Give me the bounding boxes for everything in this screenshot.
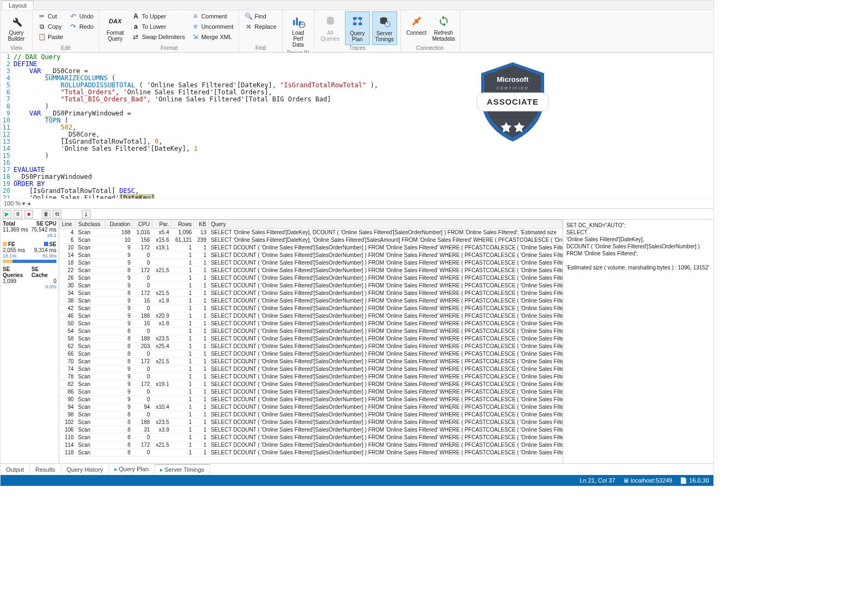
comment-button[interactable]: ≡Comment bbox=[189, 11, 235, 21]
comment-icon: ≡ bbox=[192, 12, 199, 20]
table-row[interactable]: 86Scan9011SELECT DCOUNT ( 'Online Sales … bbox=[60, 388, 563, 396]
zoom-label[interactable]: 100 % ▾ ◂ bbox=[1, 198, 713, 208]
svg-rect-5 bbox=[353, 17, 356, 20]
export-button[interactable]: ⭳ bbox=[82, 210, 91, 219]
tab-results[interactable]: Results bbox=[30, 465, 61, 474]
table-row[interactable]: 42Scan9011SELECT DCOUNT ( 'Online Sales … bbox=[60, 305, 563, 312]
svg-rect-1 bbox=[296, 18, 297, 25]
table-row[interactable]: 18Scan9011SELECT DCOUNT ( 'Online Sales … bbox=[60, 259, 563, 267]
query-plan-button[interactable]: Query Plan bbox=[345, 11, 370, 45]
table-row[interactable]: 26Scan9011SELECT DCOUNT ( 'Online Sales … bbox=[60, 274, 563, 282]
clear-button[interactable]: 🗑 bbox=[42, 210, 50, 219]
table-row[interactable]: 4Scan1881,016x5.41,09613SELECT 'Online S… bbox=[60, 229, 563, 236]
table-row[interactable]: 78Scan9011SELECT DCOUNT ( 'Online Sales … bbox=[60, 373, 563, 381]
copy-icon: ⧉ bbox=[38, 23, 46, 30]
version-label: 📄 16.0.30 bbox=[680, 477, 709, 484]
tab-layout[interactable]: Layout bbox=[2, 1, 34, 10]
uncomment-button[interactable]: ≡Uncomment bbox=[189, 22, 235, 31]
all-queries-button[interactable]: All Queries bbox=[318, 11, 343, 44]
pause-button[interactable]: ⏸ bbox=[14, 210, 22, 219]
table-row[interactable]: 106Scan831x3.911SELECT DCOUNT ( 'Online … bbox=[60, 426, 563, 434]
table-row[interactable]: 94Scan994x10.411SELECT DCOUNT ( 'Online … bbox=[60, 403, 563, 411]
connection-status: 🖥 localhost:53249 bbox=[623, 477, 672, 484]
plan-icon bbox=[350, 14, 365, 29]
replace-button[interactable]: ⤭Replace bbox=[242, 22, 278, 31]
tab-strip: Layout bbox=[1, 1, 713, 10]
uncomment-icon: ≡ bbox=[192, 23, 199, 30]
refresh-icon bbox=[436, 14, 451, 29]
se-cpu-ms: 75,542 ms bbox=[31, 227, 56, 233]
undo-icon: ↶ bbox=[69, 12, 77, 20]
table-row[interactable]: 118Scan8011SELECT DCOUNT ( 'Online Sales… bbox=[60, 449, 563, 457]
group-traces-label: Traces bbox=[318, 45, 397, 52]
total-ms: 11,369 ms bbox=[3, 227, 28, 233]
table-row[interactable]: 38Scan916x1.811SELECT DCOUNT ( 'Online S… bbox=[60, 297, 563, 305]
code-editor[interactable]: 123456789101112131415161718192021 // DAX… bbox=[1, 53, 713, 198]
find-button[interactable]: 🔍Find bbox=[242, 11, 278, 21]
table-row[interactable]: 30Scan9011SELECT DCOUNT ( 'Online Sales … bbox=[60, 282, 563, 290]
tab-query-history[interactable]: Query History bbox=[61, 465, 109, 474]
load-perf-button[interactable]: Load Perf Data bbox=[286, 11, 311, 50]
badge-top: Microsoft bbox=[497, 75, 529, 83]
bottom-tab-strip: Output Results Query History ▸Query Plan… bbox=[1, 463, 713, 475]
format-query-button[interactable]: DAX Format Query bbox=[103, 11, 127, 44]
table-row[interactable]: 34Scan8172x21.511SELECT DCOUNT ( 'Online… bbox=[60, 290, 563, 297]
tab-output[interactable]: Output bbox=[1, 465, 30, 474]
table-row[interactable]: 114Scan8172x21.511SELECT DCOUNT ( 'Onlin… bbox=[60, 441, 563, 449]
fe-se-bar bbox=[3, 260, 56, 263]
table-row[interactable]: 74Scan9011SELECT DCOUNT ( 'Online Sales … bbox=[60, 365, 563, 373]
connect-button[interactable]: Connect bbox=[404, 11, 429, 38]
table-row[interactable]: 50Scan916x1.811SELECT DCOUNT ( 'Online S… bbox=[60, 320, 563, 327]
cursor-pos: Ln 21, Col 37 bbox=[580, 477, 615, 484]
tab-query-plan[interactable]: ▸Query Plan bbox=[109, 464, 155, 474]
table-row[interactable]: 58Scan8188x23.511SELECT DCOUNT ( 'Online… bbox=[60, 335, 563, 343]
table-row[interactable]: 70Scan8172x21.511SELECT DCOUNT ( 'Online… bbox=[60, 358, 563, 365]
table-row[interactable]: 54Scan8011SELECT DCOUNT ( 'Online Sales … bbox=[60, 327, 563, 335]
table-row[interactable]: 6Scan10156x15.661,121239SELECT 'Online S… bbox=[60, 236, 563, 244]
group-edit-label: Edit bbox=[36, 45, 95, 52]
table-row[interactable]: 90Scan9011SELECT DCOUNT ( 'Online Sales … bbox=[60, 396, 563, 403]
svg-rect-7 bbox=[353, 23, 356, 25]
table-row[interactable]: 102Scan8188x23.511SELECT DCOUNT ( 'Onlin… bbox=[60, 419, 563, 426]
table-row[interactable]: 10Scan9172x19.111SELECT DCOUNT ( 'Online… bbox=[60, 244, 563, 252]
trace-pane: ▶ ⏸ ■ 🗑 ⧉ ⭳ TotalSE CPU 11,369 ms75,542 … bbox=[1, 209, 713, 463]
tab-server-timings[interactable]: ▸Server Timings bbox=[155, 464, 210, 475]
ms-certified-badge: Microsoft CERTIFIED ASSOCIATE bbox=[469, 58, 556, 145]
group-format-label: Format bbox=[103, 45, 235, 52]
table-row[interactable]: 14Scan9011SELECT DCOUNT ( 'Online Sales … bbox=[60, 252, 563, 259]
status-bar: Ln 21, Col 37 🖥 localhost:53249 📄 16.0.3… bbox=[1, 475, 713, 486]
timings-icon bbox=[377, 14, 392, 29]
copy-trace-button[interactable]: ⧉ bbox=[53, 210, 61, 219]
db-icon bbox=[323, 14, 338, 29]
merge-xml-button[interactable]: ⇲Merge XML bbox=[189, 32, 235, 42]
query-builder-button[interactable]: Query Builder bbox=[4, 11, 29, 44]
trace-grid[interactable]: LineSubclassDurationCPUPar.RowsKBQuery 4… bbox=[59, 220, 563, 463]
paste-button[interactable]: 📋Paste bbox=[36, 32, 65, 42]
to-upper-button[interactable]: ATo Upper bbox=[130, 11, 187, 21]
dax-icon: DAX bbox=[107, 14, 123, 29]
table-row[interactable]: 66Scan8011SELECT DCOUNT ( 'Online Sales … bbox=[60, 350, 563, 358]
play-button[interactable]: ▶ bbox=[3, 210, 11, 219]
merge-icon: ⇲ bbox=[192, 33, 199, 41]
refresh-metadata-button[interactable]: Refresh Metadata bbox=[431, 11, 456, 44]
swap-delim-button[interactable]: ⇄Swap Delimiters bbox=[130, 32, 187, 42]
server-timings-button[interactable]: Server Timings bbox=[372, 11, 397, 45]
table-row[interactable]: 82Scan9172x19.111SELECT DCOUNT ( 'Online… bbox=[60, 381, 563, 388]
cut-button[interactable]: ✂Cut bbox=[36, 11, 65, 21]
to-lower-button[interactable]: aTo Lower bbox=[130, 22, 187, 31]
table-row[interactable]: 110Scan8011SELECT DCOUNT ( 'Online Sales… bbox=[60, 434, 563, 441]
svg-rect-8 bbox=[358, 23, 361, 25]
group-connection-label: Connection bbox=[404, 45, 456, 52]
table-row[interactable]: 62Scan8203x25.411SELECT DCOUNT ( 'Online… bbox=[60, 343, 563, 350]
table-row[interactable]: 22Scan8172x21.511SELECT DCOUNT ( 'Online… bbox=[60, 267, 563, 274]
table-row[interactable]: 98Scan8011SELECT DCOUNT ( 'Online Sales … bbox=[60, 411, 563, 419]
undo-button[interactable]: ↶Undo bbox=[67, 11, 95, 21]
svg-rect-6 bbox=[358, 17, 361, 20]
copy-button[interactable]: ⧉Copy bbox=[36, 22, 65, 31]
line-gutter: 123456789101112131415161718192021 bbox=[1, 53, 12, 198]
upper-icon: A bbox=[132, 12, 139, 20]
table-row[interactable]: 46Scan9188x20.911SELECT DCOUNT ( 'Online… bbox=[60, 312, 563, 320]
editor-pane: 123456789101112131415161718192021 // DAX… bbox=[1, 53, 713, 209]
redo-button[interactable]: ↷Redo bbox=[67, 22, 95, 31]
stop-button[interactable]: ■ bbox=[24, 210, 33, 219]
